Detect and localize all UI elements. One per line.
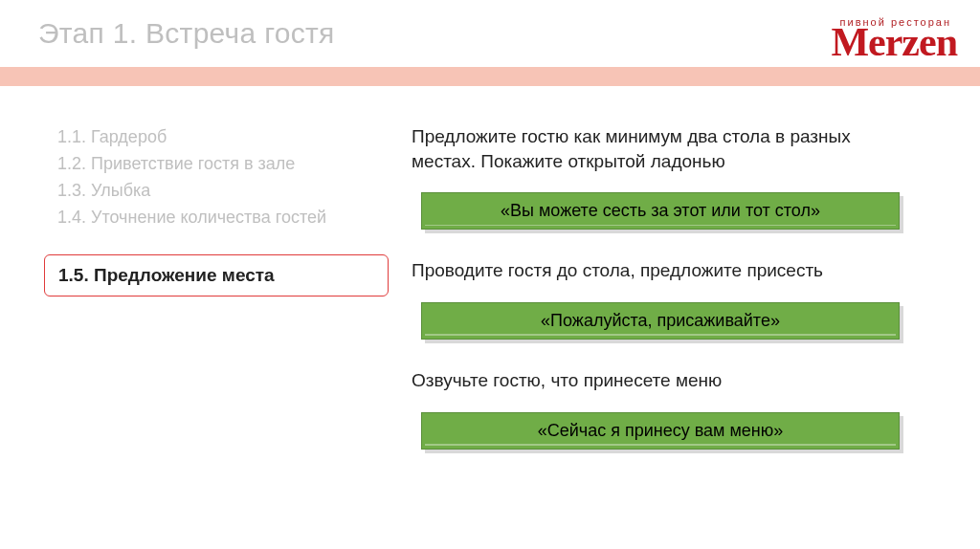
toc-item: 1.1. Гардероб	[57, 124, 383, 151]
toc-active-item: 1.5. Предложение места	[58, 265, 374, 286]
toc-item: 1.2. Приветствие гостя в зале	[57, 151, 383, 178]
toc-item: 1.3. Улыбка	[57, 178, 383, 205]
phrase-callout: «Вы можете сесть за этот или тот стол»	[421, 192, 900, 230]
toc-active-highlight: 1.5. Предложение места	[44, 254, 389, 296]
instruction-text: Предложите гостю как минимум два стола в…	[412, 124, 919, 173]
header-divider	[0, 67, 980, 86]
toc-item: 1.4. Уточнение количества гостей	[57, 205, 383, 231]
instruction-text: Озвучьте гостю, что принесете меню	[412, 368, 919, 393]
page-title: Этап 1. Встреча гостя	[38, 17, 335, 50]
logo-name: Merzen	[831, 20, 957, 64]
brand-logo: пивной ресторан Merzen	[831, 17, 961, 62]
phrase-callout: «Пожалуйста, присаживайте»	[421, 302, 900, 340]
phrase-callout: «Сейчас я принесу вам меню»	[421, 412, 900, 450]
instruction-text: Проводите гостя до стола, предложите при…	[412, 258, 919, 283]
